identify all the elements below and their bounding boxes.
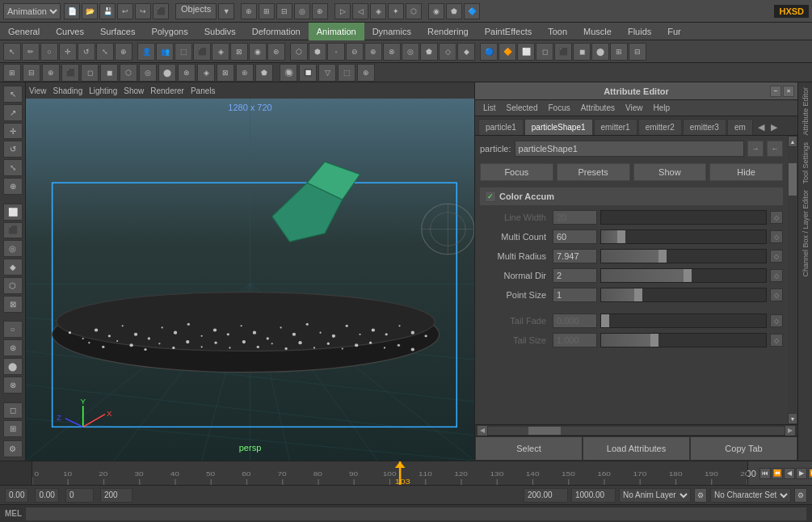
attr-linewidth-end[interactable]: ◇ — [770, 211, 783, 224]
render3[interactable]: 🔷 — [464, 3, 480, 19]
tabs-left-arrow[interactable]: ◀ — [755, 119, 767, 135]
far-right-attr[interactable]: Attribute Editor — [801, 84, 810, 139]
attr-pointsize-end[interactable]: ◇ — [770, 288, 783, 301]
t19[interactable]: 🔵 — [480, 43, 498, 61]
t22[interactable]: ◻ — [536, 43, 553, 61]
t23[interactable]: ⬛ — [554, 43, 572, 61]
t9[interactable]: ⬡ — [290, 43, 308, 61]
vp-t9[interactable]: ⬤ — [158, 64, 176, 82]
t6[interactable]: ⊠ — [230, 43, 248, 61]
play-back-btn[interactable]: ◀ — [784, 468, 795, 479]
attr-tailsize-value[interactable] — [553, 333, 597, 347]
t21[interactable]: ⬜ — [517, 43, 535, 61]
lasso-tool[interactable]: ○ — [40, 43, 58, 61]
tab-em[interactable]: em — [727, 119, 753, 135]
char-set-select[interactable]: No Character Set — [710, 488, 791, 503]
vp-t5[interactable]: ◻ — [81, 64, 99, 82]
menu-curves[interactable]: Curves — [48, 23, 92, 40]
vp-menu-shading[interactable]: Shading — [53, 86, 83, 95]
lt6[interactable]: ⊕ — [3, 178, 23, 195]
vscroll-track[interactable] — [788, 147, 797, 413]
attr-tailfade-value[interactable] — [553, 314, 597, 328]
render1[interactable]: ◉ — [428, 3, 444, 19]
vp-t2[interactable]: ⊟ — [23, 64, 40, 82]
vscroll-thumb[interactable] — [789, 163, 797, 196]
t1[interactable]: 👤 — [137, 43, 155, 61]
particle-name-input[interactable]: particleShape1 — [515, 141, 744, 157]
render2[interactable]: ⬟ — [446, 3, 462, 19]
frame-end-input[interactable] — [100, 488, 133, 503]
attr-multiradius-value[interactable] — [553, 249, 597, 263]
lt16[interactable]: ⊗ — [3, 377, 23, 394]
tab-emitter1[interactable]: emitter1 — [594, 119, 637, 135]
attr-pointsize-value[interactable] — [553, 288, 597, 302]
vp-t1[interactable]: ⊞ — [3, 64, 21, 82]
vp-t6[interactable]: ◼ — [100, 64, 118, 82]
tab-emitter3[interactable]: emitter3 — [683, 119, 726, 135]
focus-btn[interactable]: Focus — [480, 163, 553, 181]
play-prev-btn[interactable]: ⏪ — [772, 468, 783, 479]
tb2[interactable]: ↪ — [135, 3, 151, 19]
vp-t18[interactable]: ⬚ — [338, 64, 356, 82]
mel-input[interactable] — [25, 507, 807, 521]
play-next-btn[interactable]: ⏩ — [808, 468, 812, 479]
select-btn[interactable]: Select — [475, 436, 583, 461]
hscroll-right[interactable]: ▶ — [785, 425, 796, 436]
snap5[interactable]: ⊕ — [312, 3, 328, 19]
presets-btn[interactable]: Presets — [557, 163, 630, 181]
menu-muscle[interactable]: Muscle — [575, 23, 620, 40]
attr-header-min[interactable]: − — [770, 86, 781, 97]
t18[interactable]: ◆ — [457, 43, 475, 61]
lt13[interactable]: ○ — [3, 321, 23, 338]
attr-multicount-value[interactable] — [553, 229, 597, 244]
attr-tailfade-slider[interactable] — [600, 314, 767, 328]
tab-particleshape1[interactable]: particleShape1 — [524, 119, 593, 135]
t20[interactable]: 🔶 — [499, 43, 516, 61]
tb3[interactable]: ⬛ — [153, 3, 169, 19]
tb6[interactable]: ◁ — [352, 3, 368, 19]
attr-tailsize-end[interactable]: ◇ — [770, 334, 783, 347]
viewport-canvas[interactable]: 1280 x 720 — [26, 99, 474, 461]
menu-surfaces[interactable]: Surfaces — [92, 23, 143, 40]
vp-t8[interactable]: ◎ — [139, 64, 157, 82]
vscroll-up[interactable]: ▲ — [788, 136, 797, 147]
tab-particle1[interactable]: particle1 — [478, 119, 524, 135]
rotate-tool[interactable]: ↺ — [78, 43, 95, 61]
attr-normaldir-end[interactable]: ◇ — [770, 269, 783, 282]
attr-menu-selected[interactable]: Selected — [502, 100, 543, 116]
t14[interactable]: ⊗ — [383, 43, 401, 61]
play-btn[interactable]: ▶ — [796, 468, 807, 479]
lt11[interactable]: ⬡ — [3, 277, 23, 294]
vp-t4[interactable]: ⬛ — [61, 64, 79, 82]
vp-menu-show[interactable]: Show — [124, 86, 144, 95]
snap4[interactable]: ◎ — [294, 3, 310, 19]
lt3[interactable]: ✛ — [3, 123, 23, 140]
attr-linewidth-slider[interactable] — [600, 210, 767, 225]
menu-general[interactable]: General — [0, 23, 48, 40]
snap2[interactable]: ⊞ — [259, 3, 275, 19]
snap1[interactable]: ⊕ — [241, 3, 257, 19]
far-right-channel[interactable]: Channel Box / Layer Editor — [801, 187, 810, 280]
attr-multiradius-slider[interactable] — [600, 249, 767, 263]
anim-layer-select[interactable]: No Anim Layer — [619, 488, 691, 503]
tb8[interactable]: ✦ — [388, 3, 404, 19]
vp-menu-lighting[interactable]: Lighting — [89, 86, 117, 95]
vp-t13[interactable]: ⊛ — [236, 64, 254, 82]
timeline-ruler[interactable]: 0 10 20 30 40 50 60 70 80 90 1 — [32, 461, 747, 485]
menu-painteffects[interactable]: PaintEffects — [477, 23, 541, 40]
attr-multicount-slider[interactable] — [600, 229, 767, 244]
vp-t3[interactable]: ⊕ — [42, 64, 60, 82]
tab-emitter2[interactable]: emitter2 — [638, 119, 682, 135]
tb1[interactable]: ↩ — [117, 3, 133, 19]
attr-menu-view[interactable]: View — [621, 100, 648, 116]
vp-t7[interactable]: ⬡ — [120, 64, 137, 82]
select-tool[interactable]: ↖ — [3, 43, 21, 61]
t16[interactable]: ⬟ — [420, 43, 438, 61]
menu-deformation[interactable]: Deformation — [244, 23, 309, 40]
tabs-right-arrow[interactable]: ▶ — [768, 119, 780, 135]
lt9[interactable]: ◎ — [3, 240, 23, 257]
menu-dynamics[interactable]: Dynamics — [364, 23, 419, 40]
hide-btn[interactable]: Hide — [709, 163, 783, 181]
mode-select[interactable]: Animation — [3, 3, 61, 19]
load-attributes-btn[interactable]: Load Attributes — [583, 436, 690, 461]
